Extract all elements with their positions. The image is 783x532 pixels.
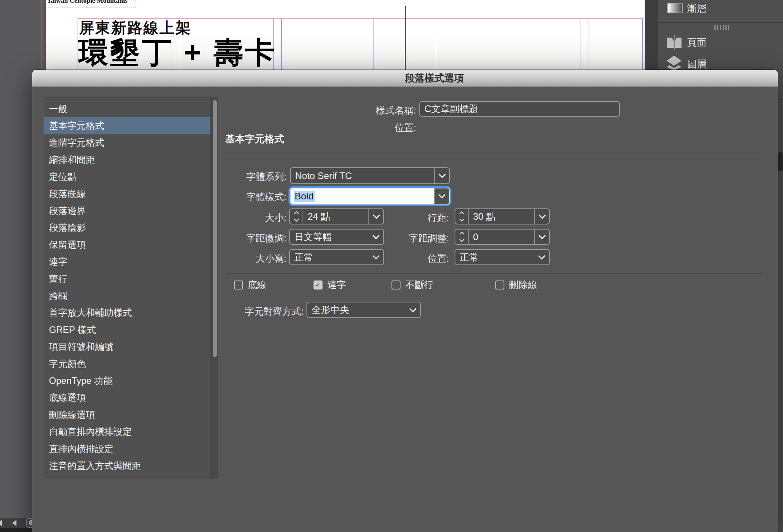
list-scrollbar-thumb[interactable] [213,100,217,357]
style-category-item[interactable]: 注音的置入方式與間距 [44,457,210,474]
font-family-select[interactable]: Noto Serif TC [290,167,450,184]
strikethrough-checkbox[interactable] [495,280,504,290]
style-category-item[interactable]: 直排內橫排設定 [44,440,210,457]
frame-edge-guide [405,6,406,70]
chevron-down-icon[interactable] [405,302,420,317]
list-scrollbar[interactable] [211,97,218,479]
stepper-icon[interactable] [290,209,303,224]
location-label: 位置: [338,121,416,134]
style-category-item[interactable]: 保留選項 [44,236,210,253]
style-category-item[interactable]: 跨欄 [44,287,210,304]
size-label: 大小: [208,212,286,224]
document-page: Taiwan Centople Mountains 屏東新路線上架 環墾丁 + … [46,0,645,70]
layers-icon [667,56,682,71]
style-category-item[interactable]: 刪除線選項 [44,406,210,423]
selected-text: Bold [294,191,315,202]
stepper-icon[interactable] [455,230,469,244]
no-break-option[interactable]: 不斷行 [392,279,433,291]
underline-checkbox[interactable] [234,280,243,290]
size-stepper[interactable]: 24 點 [289,208,384,224]
underline-option[interactable]: 底線 [234,279,266,291]
font-style-combo[interactable]: Bold [290,188,450,204]
leading-stepper[interactable]: 30 點 [455,208,550,224]
style-category-item[interactable]: OpenType 功能 [44,372,210,389]
stepper-icon[interactable] [455,209,469,224]
chevron-down-icon[interactable] [434,188,449,204]
style-category-item[interactable]: 基本字元格式 [44,117,210,134]
panel-drag-grip-icon[interactable] [714,25,731,30]
dialog-titlebar[interactable]: 段落樣式選項 [32,70,778,87]
style-category-item[interactable]: 縮排和間距 [44,151,210,168]
app-window: Taiwan Centople Mountains 屏東新路線上架 環墾丁 + … [0,0,783,532]
paragraph-style-options-dialog: 段落樣式選項 一般基本字元格式進階字元格式縮排和間距定位點段落嵌線段落邊界段落陰… [32,70,778,532]
chevron-down-icon[interactable] [434,168,449,183]
leading-label: 行距: [371,212,449,224]
dialog-title: 段落樣式選項 [405,72,464,85]
position-select[interactable]: 正常 [455,249,550,265]
case-select[interactable]: 正常 [289,249,384,265]
style-category-list: 一般基本字元格式進階字元格式縮排和間距定位點段落嵌線段落邊界段落陰影保留選項連字… [44,97,211,479]
chevron-down-icon[interactable] [534,209,549,224]
style-category-item[interactable]: 一般 [44,100,210,117]
style-category-item[interactable]: 自動直排內橫排設定 [44,423,210,440]
section-divider [225,154,761,154]
style-category-item[interactable]: 齊行 [44,270,210,287]
column-guide [580,19,580,70]
style-category-item[interactable]: 首字放大和輔助樣式 [44,304,210,321]
char-align-label: 字元對齊方式: [225,305,304,318]
style-category-item[interactable]: 段落嵌線 [44,185,210,202]
panel-tab-layers[interactable]: 圖層 [687,58,707,71]
section-divider [225,273,761,274]
style-category-item[interactable]: 定位點 [44,168,210,185]
tracking-label: 字距調整: [371,232,449,244]
strikethrough-option[interactable]: 刪除線 [495,279,537,291]
style-category-item[interactable]: 連字 [44,253,210,270]
panel-strip-divider [778,99,783,100]
ligatures-option[interactable]: ✓ 連字 [314,279,346,291]
style-category-item[interactable]: 底線選項 [44,389,210,406]
style-category-item[interactable]: 段落邊界 [44,202,210,219]
char-align-select[interactable]: 全形中央 [306,302,421,318]
chevron-down-icon[interactable] [534,230,549,244]
position-label: 位置: [371,252,449,265]
style-category-item[interactable]: GREP 樣式 [44,321,210,338]
window-edge [0,528,32,532]
style-name-input[interactable]: C文章副標題 [419,101,620,117]
previous-page-icon[interactable] [12,520,16,526]
panel-strip-handle[interactable] [778,152,783,171]
no-break-checkbox[interactable] [392,280,401,290]
kerning-label: 字距微調: [208,232,286,244]
style-name-label: 樣式名稱: [338,104,416,117]
style-category-item[interactable]: 項目符號和編號 [44,338,210,355]
gradient-icon [667,3,683,13]
section-heading: 基本字元格式 [225,132,284,145]
page-navigation-bar: 6 [0,518,32,528]
kerning-select[interactable]: 日文等幅 [289,229,384,245]
font-style-label: 字體樣式: [208,191,286,203]
style-category-item[interactable]: 進階字元格式 [44,134,210,151]
column-guide [281,19,282,70]
ligatures-checkbox[interactable]: ✓ [314,280,323,290]
chevron-down-icon[interactable] [534,250,549,264]
case-label: 大小寫: [208,252,286,265]
font-family-label: 字體系列: [208,170,286,183]
panel-divider [645,22,783,23]
pages-icon [667,35,682,50]
tracking-stepper[interactable]: 0 [455,229,550,245]
caption-text: Taiwan Centople Mountains [47,0,127,5]
panel-tab-gradient[interactable]: 漸層 [687,2,707,15]
text-frame[interactable] [436,19,643,70]
first-page-icon[interactable] [0,520,2,526]
headline-title[interactable]: 環墾丁 + 壽卡 [78,33,277,70]
panel-tab-pages[interactable]: 頁面 [687,36,707,49]
caption-text-frame[interactable]: Taiwan Centople Mountains [46,0,136,7]
style-category-item[interactable]: 字元顏色 [44,355,210,372]
column-guide [589,19,589,70]
style-category-item[interactable]: 段落陰影 [44,219,210,236]
